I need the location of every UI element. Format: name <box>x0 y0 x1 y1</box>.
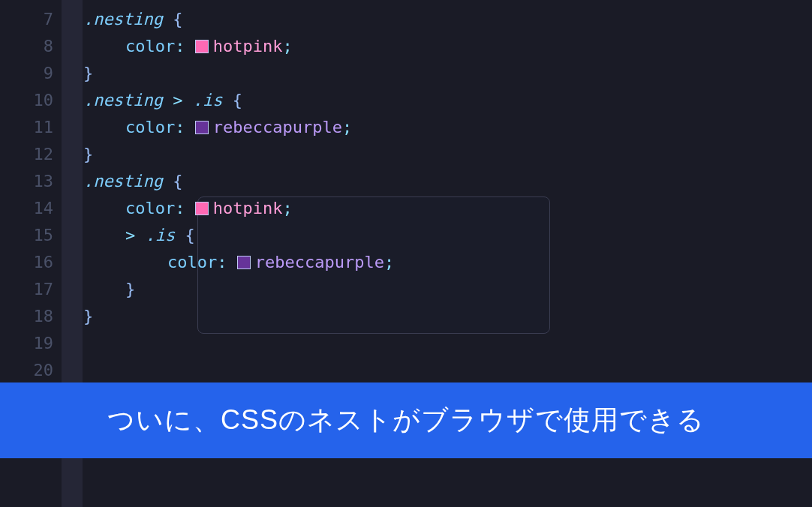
color-swatch-icon <box>195 40 209 53</box>
code-line: color: rebeccapurple; <box>83 114 812 141</box>
code-line <box>83 357 812 384</box>
code-line: color: hotpink; <box>83 195 812 222</box>
line-number: 14 <box>0 195 79 222</box>
code-line: .nesting { <box>83 168 812 195</box>
css-selector: .is <box>193 91 223 110</box>
brace-open: { <box>163 10 183 28</box>
line-number: 11 <box>0 114 79 141</box>
css-selector: .is <box>146 226 176 244</box>
code-line: } <box>83 303 812 330</box>
color-swatch-icon <box>195 202 209 215</box>
css-selector: .nesting <box>83 172 163 190</box>
code-line: } <box>83 60 812 87</box>
line-number: 8 <box>0 33 79 60</box>
css-selector: .nesting <box>83 10 163 28</box>
line-number: 15 <box>0 222 79 249</box>
line-number: 20 <box>0 357 79 384</box>
line-number: 10 <box>0 87 79 114</box>
banner-text: ついに、CSSのネストがブラウザで使用できる <box>107 404 705 435</box>
brace-open: { <box>175 226 195 244</box>
code-line: } <box>83 141 812 168</box>
css-property: color <box>167 253 217 272</box>
combinator: > <box>125 226 146 244</box>
code-line: } <box>83 276 812 303</box>
line-number: 18 <box>0 303 79 330</box>
css-value: rebeccapurple <box>213 118 342 136</box>
semicolon: ; <box>384 253 394 272</box>
css-value: rebeccapurple <box>255 253 384 272</box>
line-number: 12 <box>0 141 79 168</box>
code-line: color: hotpink; <box>83 33 812 60</box>
css-value: hotpink <box>213 37 283 56</box>
css-property: color <box>125 118 175 136</box>
brace-close: } <box>83 145 93 164</box>
semicolon: ; <box>282 37 292 56</box>
brace-close: } <box>125 280 135 298</box>
colon: : <box>217 253 227 272</box>
line-number: 16 <box>0 249 79 276</box>
semicolon: ; <box>342 118 352 136</box>
css-property: color <box>125 199 175 218</box>
brace-open: { <box>222 91 242 110</box>
code-line: color: rebeccapurple; <box>83 249 812 276</box>
code-line <box>83 330 812 357</box>
css-selector: .nesting <box>83 91 163 110</box>
announcement-banner: ついに、CSSのネストがブラウザで使用できる <box>0 382 812 458</box>
brace-open: { <box>163 172 183 190</box>
brace-close: } <box>83 307 93 326</box>
line-number: 7 <box>0 6 79 33</box>
code-line: .nesting { <box>83 6 812 33</box>
colon: : <box>175 37 185 56</box>
css-property: color <box>125 37 175 56</box>
line-number: 19 <box>0 330 79 357</box>
color-swatch-icon <box>237 256 251 269</box>
code-line: > .is { <box>83 222 812 249</box>
code-line: .nesting > .is { <box>83 87 812 114</box>
css-value: hotpink <box>213 199 283 218</box>
colon: : <box>175 118 185 136</box>
line-number: 17 <box>0 276 79 303</box>
line-number: 13 <box>0 168 79 195</box>
colon: : <box>175 199 185 218</box>
combinator: > <box>163 91 193 110</box>
line-number: 9 <box>0 60 79 87</box>
brace-close: } <box>83 64 93 82</box>
color-swatch-icon <box>195 121 209 134</box>
semicolon: ; <box>282 199 292 218</box>
